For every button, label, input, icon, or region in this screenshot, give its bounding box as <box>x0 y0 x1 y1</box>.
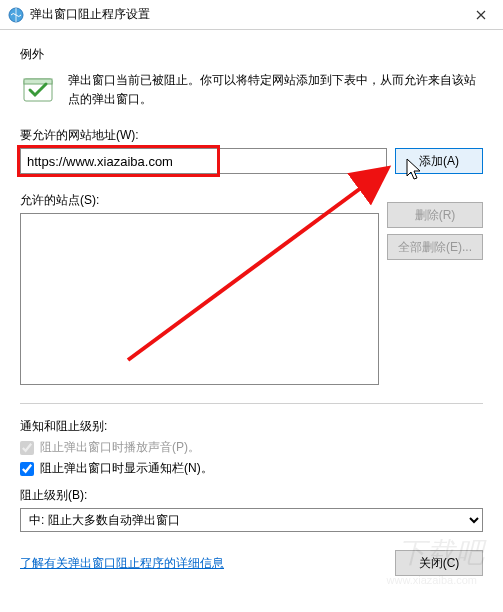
close-window-button[interactable] <box>458 0 503 29</box>
app-icon <box>8 7 24 23</box>
url-field-label: 要允许的网站地址(W): <box>20 127 483 144</box>
close-button[interactable]: 关闭(C) <box>395 550 483 576</box>
learn-more-link[interactable]: 了解有关弹出窗口阻止程序的详细信息 <box>20 555 224 572</box>
exception-heading: 例外 <box>20 46 483 63</box>
info-icon <box>20 73 56 109</box>
svg-rect-2 <box>24 79 52 84</box>
notify-bar-checkbox-label: 阻止弹出窗口时显示通知栏(N)。 <box>40 460 213 477</box>
sound-checkbox-label: 阻止弹出窗口时播放声音(P)。 <box>40 439 200 456</box>
notify-bar-checkbox-row[interactable]: 阻止弹出窗口时显示通知栏(N)。 <box>20 460 483 477</box>
notify-bar-checkbox[interactable] <box>20 462 34 476</box>
allowed-sites-label: 允许的站点(S): <box>20 192 379 209</box>
allowed-sites-list[interactable] <box>20 213 379 385</box>
window-title: 弹出窗口阻止程序设置 <box>30 6 458 23</box>
sound-checkbox-row: 阻止弹出窗口时播放声音(P)。 <box>20 439 483 456</box>
remove-button: 删除(R) <box>387 202 483 228</box>
separator <box>20 403 483 404</box>
add-button[interactable]: 添加(A) <box>395 148 483 174</box>
block-level-label: 阻止级别(B): <box>20 487 483 504</box>
block-level-select[interactable]: 中: 阻止大多数自动弹出窗口 <box>20 508 483 532</box>
url-input[interactable] <box>20 148 387 174</box>
exception-text: 弹出窗口当前已被阻止。你可以将特定网站添加到下表中，从而允许来自该站点的弹出窗口… <box>68 71 483 109</box>
remove-all-button: 全部删除(E)... <box>387 234 483 260</box>
titlebar: 弹出窗口阻止程序设置 <box>0 0 503 30</box>
sound-checkbox <box>20 441 34 455</box>
notify-heading: 通知和阻止级别: <box>20 418 483 435</box>
